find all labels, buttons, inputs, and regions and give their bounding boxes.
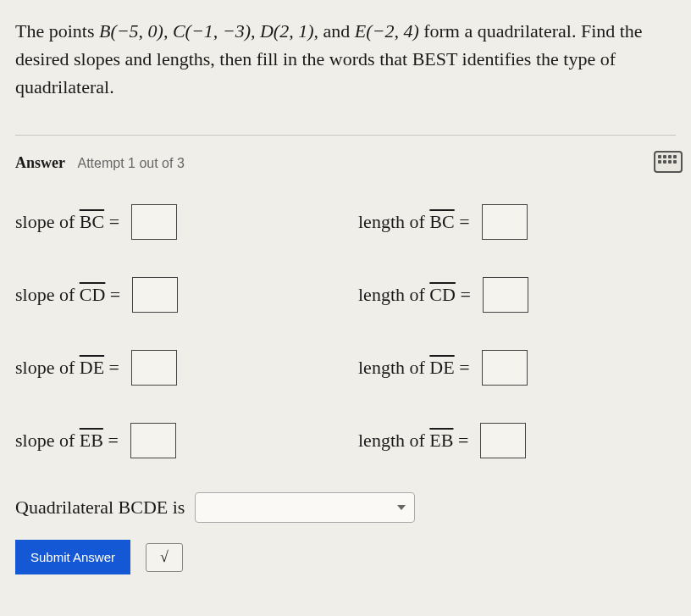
q-pointE: E(−2, 4) bbox=[355, 20, 419, 42]
q-points: B(−5, 0), C(−1, −3), D(2, 1), bbox=[99, 20, 318, 42]
length-bc-input[interactable] bbox=[482, 204, 528, 240]
slope-de-label: slope of DE = bbox=[15, 357, 119, 379]
conclusion-label: Quadrilateral BCDE is bbox=[15, 497, 185, 519]
slope-bc-label: slope of BC = bbox=[15, 211, 119, 233]
slope-cd-input[interactable] bbox=[132, 277, 178, 313]
bottom-row: Submit Answer √ bbox=[15, 540, 676, 574]
answer-label: Answer bbox=[15, 154, 65, 171]
length-de-field: length of DE = bbox=[358, 350, 676, 386]
length-eb-field: length of EB = bbox=[358, 423, 676, 458]
slope-de-field: slope of DE = bbox=[15, 350, 333, 386]
length-de-label: length of DE = bbox=[358, 357, 470, 379]
sqrt-icon: √ bbox=[160, 548, 169, 566]
length-bc-field: length of BC = bbox=[358, 204, 676, 240]
answer-header: Answer Attempt 1 out of 3 bbox=[15, 154, 676, 172]
slope-de-input[interactable] bbox=[131, 350, 177, 386]
slope-cd-label: slope of CD = bbox=[15, 284, 120, 306]
length-cd-input[interactable] bbox=[483, 277, 528, 313]
fields-grid: slope of BC = length of BC = slope of CD… bbox=[15, 204, 676, 458]
slope-bc-input[interactable] bbox=[131, 204, 177, 240]
quadrilateral-type-select[interactable] bbox=[195, 492, 415, 523]
slope-eb-label: slope of EB = bbox=[15, 430, 119, 452]
length-eb-label: length of EB = bbox=[358, 430, 468, 452]
slope-bc-field: slope of BC = bbox=[15, 204, 333, 240]
slope-eb-input[interactable] bbox=[130, 423, 176, 458]
chevron-down-icon bbox=[397, 505, 406, 510]
conclusion-row: Quadrilateral BCDE is bbox=[15, 492, 676, 523]
length-eb-input[interactable] bbox=[480, 423, 526, 458]
length-cd-label: length of CD = bbox=[358, 284, 471, 306]
attempt-label: Attempt 1 out of 3 bbox=[78, 156, 185, 170]
slope-eb-field: slope of EB = bbox=[15, 423, 333, 458]
q-and: and bbox=[318, 20, 355, 42]
submit-button[interactable]: Submit Answer bbox=[15, 540, 130, 574]
keyboard-icon[interactable] bbox=[654, 151, 683, 173]
length-bc-label: length of BC = bbox=[358, 211, 470, 233]
q-prefix: The points bbox=[15, 20, 99, 42]
slope-cd-field: slope of CD = bbox=[15, 277, 333, 313]
sqrt-button[interactable]: √ bbox=[146, 543, 183, 572]
length-cd-field: length of CD = bbox=[358, 277, 676, 313]
answer-section: Answer Attempt 1 out of 3 slope of BC = … bbox=[15, 135, 676, 574]
question-text: The points B(−5, 0), C(−1, −3), D(2, 1),… bbox=[15, 17, 676, 101]
length-de-input[interactable] bbox=[482, 350, 528, 386]
